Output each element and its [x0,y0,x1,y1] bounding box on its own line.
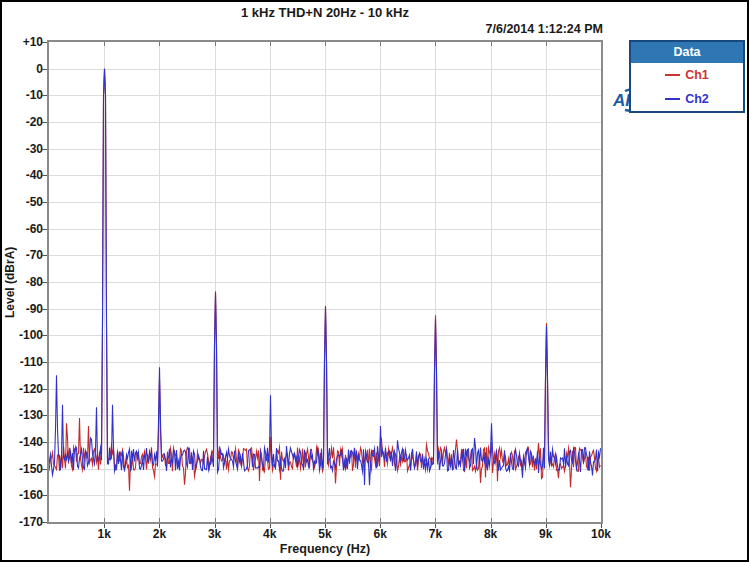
x-tick-label: 9k [524,527,568,541]
chart-figure: 1 kHz THD+N 20Hz - 10 kHz 7/6/2014 1:12:… [0,0,749,562]
y-tick-label: -20 [2,115,43,129]
x-tick-label: 2k [137,527,181,541]
ch1-line-swatch [665,74,680,76]
x-tick-mark [159,524,160,528]
spectrum-trace-canvas [49,42,601,522]
y-tick-mark [42,522,47,523]
y-tick-mark [42,415,47,416]
y-tick-mark [42,122,47,123]
y-tick-label: -80 [2,275,43,289]
x-tick-label: 8k [469,527,513,541]
legend-item-ch2[interactable]: Ch2 [631,87,743,111]
y-tick-label: -60 [2,222,43,236]
x-tick-mark [215,524,216,528]
x-tick-mark [435,524,436,528]
x-tick-label: 5k [303,527,347,541]
legend-label-ch2: Ch2 [685,92,709,106]
y-tick-mark [42,282,47,283]
y-tick-mark [42,389,47,390]
y-tick-mark [42,229,47,230]
y-tick-label: -40 [2,168,43,182]
y-tick-mark [42,335,47,336]
ch2-line-swatch [665,98,680,100]
y-tick-label: -130 [2,408,43,422]
y-tick-mark [42,495,47,496]
legend-label-ch1: Ch1 [685,68,709,82]
plot-area[interactable]: AP [47,40,603,524]
y-tick-mark [42,95,47,96]
chart-title: 1 kHz THD+N 20Hz - 10 kHz [47,5,603,20]
y-tick-label: -90 [2,302,43,316]
x-tick-mark [601,524,602,528]
y-tick-mark [42,69,47,70]
legend-item-ch1[interactable]: Ch1 [631,63,743,87]
y-tick-mark [42,42,47,43]
x-tick-mark [325,524,326,528]
x-tick-mark [380,524,381,528]
x-tick-label: 4k [248,527,292,541]
y-tick-label: -70 [2,248,43,262]
y-tick-label: -110 [2,355,43,369]
timestamp: 7/6/2014 1:12:24 PM [382,22,603,36]
y-tick-label: +10 [2,35,43,49]
legend-box: Data Ch1 Ch2 [629,40,745,113]
y-tick-label: -170 [2,515,43,529]
x-tick-label: 6k [358,527,402,541]
y-tick-mark [42,442,47,443]
y-tick-mark [42,362,47,363]
y-tick-label: -120 [2,382,43,396]
x-axis-title: Frequency (Hz) [47,542,603,556]
y-tick-mark [42,175,47,176]
y-tick-label: -160 [2,488,43,502]
y-tick-mark [42,255,47,256]
x-tick-label: 3k [193,527,237,541]
y-tick-mark [42,202,47,203]
x-tick-mark [491,524,492,528]
y-tick-label: -100 [2,328,43,342]
y-tick-label: -30 [2,142,43,156]
x-tick-mark [104,524,105,528]
y-tick-mark [42,149,47,150]
x-tick-label: 1k [82,527,126,541]
y-tick-label: 0 [2,62,43,76]
y-tick-mark [42,309,47,310]
x-tick-label: 7k [413,527,457,541]
y-tick-mark [42,469,47,470]
x-tick-label: 10k [579,527,623,541]
x-tick-mark [270,524,271,528]
y-tick-label: -150 [2,462,43,476]
x-tick-mark [546,524,547,528]
legend-header: Data [631,42,743,63]
y-tick-label: -10 [2,88,43,102]
y-tick-label: -50 [2,195,43,209]
y-tick-label: -140 [2,435,43,449]
